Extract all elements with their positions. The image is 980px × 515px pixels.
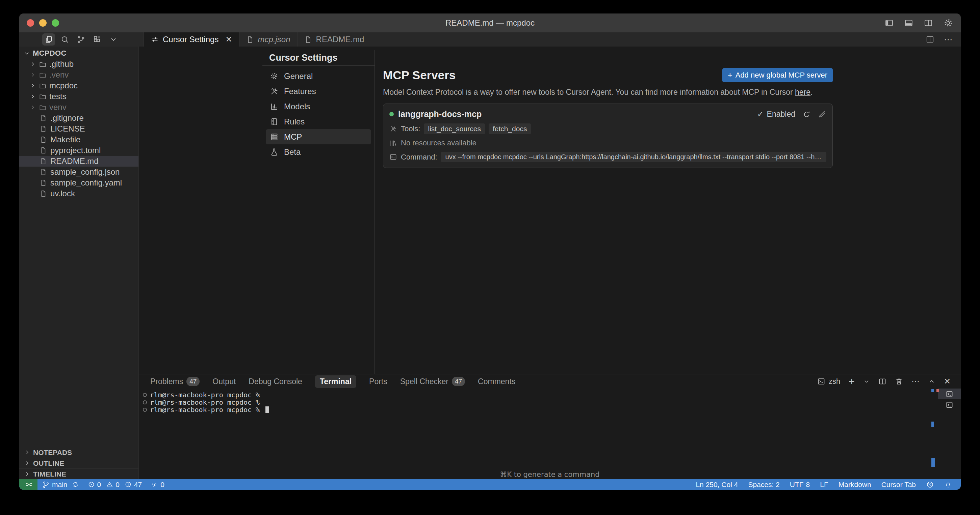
extensions-icon[interactable] <box>91 33 104 46</box>
tree-item-sample-config-json[interactable]: sample_config.json <box>19 166 138 177</box>
slash-circle-icon[interactable] <box>926 480 934 489</box>
warning-icon <box>106 481 113 488</box>
info-icon <box>125 481 132 488</box>
cursor-position[interactable]: Ln 250, Col 4 <box>696 480 738 489</box>
tab-mcp-json[interactable]: mcp.json <box>239 32 298 46</box>
search-icon[interactable] <box>59 33 71 46</box>
here-link[interactable]: here <box>795 88 810 97</box>
tab-cursor-settings[interactable]: Cursor Settings ✕ <box>143 32 239 46</box>
panel-tab-terminal[interactable]: Terminal <box>315 376 356 388</box>
eol-sequence[interactable]: LF <box>820 480 828 489</box>
section-timeline[interactable]: TIMELINE <box>19 469 138 479</box>
chevron-down-icon <box>23 50 30 57</box>
panel-tab-problems[interactable]: Problems47 <box>150 377 200 386</box>
settings-nav-beta[interactable]: Beta <box>266 144 371 160</box>
problems-status[interactable]: 0 0 47 <box>88 480 142 489</box>
gear-icon <box>270 72 278 81</box>
settings-nav-rules[interactable]: Rules <box>266 114 371 129</box>
explorer-icon[interactable] <box>42 33 55 46</box>
chevron-right-icon <box>24 460 30 466</box>
terminal-instance-item[interactable] <box>938 388 961 399</box>
tree-item-venv-hidden[interactable]: .venv <box>19 70 138 80</box>
scrollbar-thumb[interactable] <box>931 458 935 467</box>
settings-gear-icon[interactable] <box>943 18 953 28</box>
tree-item-license[interactable]: LICENSE <box>19 124 138 134</box>
more-actions-icon[interactable]: ⋯ <box>912 377 920 386</box>
tree-item-sample-config-yaml[interactable]: sample_config.yaml <box>19 177 138 188</box>
settings-nav-general[interactable]: General <box>266 68 371 84</box>
file-tree: MCPDOC .github .venv mcpdoc tests venv .… <box>19 46 138 447</box>
new-terminal-icon[interactable]: + <box>849 376 855 387</box>
page-title: MCP Servers <box>383 68 455 82</box>
resources-status: No resources available <box>401 139 476 147</box>
minimize-window-button[interactable] <box>39 19 46 27</box>
file-icon <box>40 190 47 197</box>
server-status-dot <box>389 112 394 116</box>
source-control-icon[interactable] <box>75 33 88 46</box>
folder-icon <box>39 82 46 90</box>
shell-indicator[interactable]: zsh <box>817 377 840 386</box>
toggle-primary-sidebar-icon[interactable] <box>885 18 894 28</box>
more-actions-icon[interactable]: ⋯ <box>944 35 953 45</box>
settings-nav-models[interactable]: Models <box>266 99 371 114</box>
tree-item-makefile[interactable]: Makefile <box>19 134 138 145</box>
cursor-tab-toggle[interactable]: Cursor Tab <box>881 480 916 489</box>
split-editor-icon[interactable] <box>926 35 934 44</box>
terminal-output[interactable]: rlm@rs-macbook-pro mcpdoc % rlm@rs-macbo… <box>139 388 961 469</box>
tree-item-mcpdoc[interactable]: mcpdoc <box>19 80 138 91</box>
panel-tab-output[interactable]: Output <box>212 377 236 386</box>
sidebar-sections: NOTEPADS OUTLINE TIMELINE <box>19 447 138 479</box>
toggle-panel-icon[interactable] <box>904 18 913 28</box>
zoom-window-button[interactable] <box>52 19 59 27</box>
section-outline[interactable]: OUTLINE <box>19 458 138 469</box>
folder-icon <box>39 60 46 68</box>
kill-terminal-trash-icon[interactable] <box>895 377 903 385</box>
tools-icon <box>270 87 278 96</box>
folder-icon <box>39 93 46 100</box>
tab-readme-md[interactable]: README.md <box>298 32 371 46</box>
panel-tab-spell-checker[interactable]: Spell Checker47 <box>400 377 465 386</box>
close-window-button[interactable] <box>27 19 34 27</box>
tree-item-tests[interactable]: tests <box>19 91 138 102</box>
enabled-label[interactable]: Enabled <box>767 109 795 119</box>
settings-nav-features[interactable]: Features <box>266 84 371 99</box>
chevron-down-icon[interactable] <box>863 378 870 385</box>
panel-tab-comments[interactable]: Comments <box>478 377 515 386</box>
panel-tab-ports[interactable]: Ports <box>369 377 387 386</box>
remote-indicator[interactable]: >< <box>19 479 38 490</box>
file-icon <box>40 136 47 143</box>
toggle-secondary-sidebar-icon[interactable] <box>924 18 933 28</box>
panel-tab-debug-console[interactable]: Debug Console <box>248 377 302 386</box>
edit-pencil-icon[interactable] <box>818 110 826 118</box>
encoding[interactable]: UTF-8 <box>790 480 810 489</box>
ports-status[interactable]: 0 <box>151 480 164 489</box>
tree-item-github[interactable]: .github <box>19 59 138 70</box>
terminal-instance-item[interactable] <box>938 399 961 410</box>
language-mode[interactable]: Markdown <box>838 480 871 489</box>
title-bar: README.md — mcpdoc <box>19 13 961 32</box>
close-tab-icon[interactable]: ✕ <box>225 35 232 44</box>
git-branch-status[interactable]: main <box>42 480 79 489</box>
close-panel-icon[interactable]: ✕ <box>944 377 951 386</box>
indentation[interactable]: Spaces: 2 <box>748 480 780 489</box>
folder-icon <box>39 103 46 111</box>
terminal-icon <box>945 401 953 409</box>
chevron-right-icon <box>29 71 36 78</box>
tree-item-readme[interactable]: README.md <box>19 156 138 166</box>
section-notepads[interactable]: NOTEPADS <box>19 447 138 458</box>
settings-nav-mcp[interactable]: MCP <box>266 129 371 144</box>
chevron-down-icon[interactable] <box>107 33 120 46</box>
refresh-icon[interactable] <box>803 110 811 118</box>
mcp-server-card: langgraph-docs-mcp ✓ Enabled Tools: <box>383 103 833 168</box>
tree-item-pyproject[interactable]: pyproject.toml <box>19 145 138 156</box>
maximize-panel-chevron-icon[interactable] <box>928 378 935 385</box>
tree-item-gitignore[interactable]: .gitignore <box>19 113 138 124</box>
add-mcp-server-button[interactable]: + Add new global MCP server <box>722 68 833 82</box>
tree-item-uv-lock[interactable]: uv.lock <box>19 188 138 199</box>
split-terminal-icon[interactable] <box>878 377 886 385</box>
problems-count-badge: 47 <box>186 377 200 386</box>
check-icon: ✓ <box>757 110 763 119</box>
bell-icon[interactable] <box>944 480 952 488</box>
tree-root[interactable]: MCPDOC <box>19 48 138 59</box>
tree-item-venv[interactable]: venv <box>19 102 138 113</box>
